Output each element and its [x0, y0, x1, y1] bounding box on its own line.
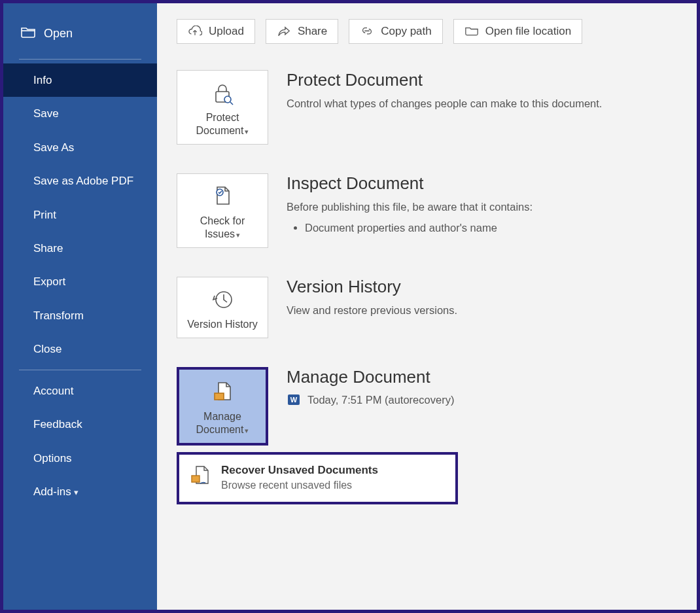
- cloud-upload-icon: [188, 26, 202, 37]
- autorecovery-label: Today, 7:51 PM (autorecovery): [307, 394, 454, 406]
- sidebar-item-close[interactable]: Close: [3, 332, 157, 366]
- word-document-icon: W: [287, 393, 301, 407]
- sidebar-item-share[interactable]: Share: [3, 232, 157, 265]
- protect-document-tile[interactable]: Protect Document▾: [177, 70, 268, 145]
- info-toolbar: Upload Share Copy path Open file locatio…: [177, 19, 677, 44]
- sidebar-item-feedback[interactable]: Feedback: [3, 408, 157, 441]
- document-folder-icon: [183, 377, 262, 406]
- divider: [19, 59, 141, 60]
- backstage-sidebar: Open Info Save Save As Save as Adobe PDF…: [3, 3, 157, 610]
- upload-button[interactable]: Upload: [177, 19, 255, 44]
- check-for-issues-tile[interactable]: Check for Issues▾: [177, 173, 268, 248]
- sidebar-item-print[interactable]: Print: [3, 198, 157, 232]
- recover-subtitle: Browse recent unsaved files: [221, 480, 378, 491]
- version-heading: Version History: [287, 277, 457, 297]
- autorecovery-entry[interactable]: W Today, 7:51 PM (autorecovery): [287, 393, 454, 407]
- share-button[interactable]: Share: [266, 19, 338, 44]
- sidebar-item-save-as[interactable]: Save As: [3, 131, 157, 164]
- svg-rect-7: [192, 476, 200, 482]
- sidebar-item-transform[interactable]: Transform: [3, 299, 157, 332]
- protect-document-section: Protect Document▾ Protect Document Contr…: [177, 70, 677, 145]
- manage-document-section: Manage Document▾ Manage Document W Today…: [177, 367, 677, 446]
- sidebar-item-save[interactable]: Save: [3, 97, 157, 130]
- recover-unsaved-menu-item[interactable]: Recover Unsaved Documents Browse recent …: [177, 452, 458, 504]
- inspect-bullet: Document properties and author's name: [305, 222, 533, 234]
- info-panel: Upload Share Copy path Open file locatio…: [157, 3, 697, 610]
- chevron-down-icon: ▾: [236, 231, 240, 239]
- sidebar-item-options[interactable]: Options: [3, 442, 157, 475]
- inspect-description: Before publishing this file, be aware th…: [287, 199, 533, 215]
- history-clock-icon: [181, 285, 264, 314]
- inspect-document-section: Check for Issues▾ Inspect Document Befor…: [177, 173, 677, 248]
- open-loc-label: Open file location: [485, 25, 571, 38]
- sidebar-item-export[interactable]: Export: [3, 265, 157, 298]
- svg-point-1: [224, 96, 231, 103]
- sidebar-item-info[interactable]: Info: [3, 63, 157, 97]
- svg-text:W: W: [290, 396, 298, 404]
- divider: [19, 370, 141, 370]
- chevron-down-icon: ▾: [245, 128, 249, 135]
- protect-description: Control what types of changes people can…: [287, 96, 602, 112]
- version-history-section: Version History Version History View and…: [177, 277, 677, 338]
- sidebar-item-open[interactable]: Open: [3, 16, 157, 55]
- folder-open-icon: [20, 26, 36, 42]
- share-arrow-icon: [277, 26, 291, 37]
- version-history-tile[interactable]: Version History: [177, 277, 268, 338]
- sidebar-item-addins[interactable]: Add-ins▾: [3, 475, 157, 508]
- share-label: Share: [298, 25, 327, 38]
- copy-path-label: Copy path: [381, 25, 432, 38]
- chevron-down-icon: ▾: [74, 487, 79, 497]
- recover-title: Recover Unsaved Documents: [221, 464, 378, 477]
- protect-heading: Protect Document: [287, 70, 602, 90]
- folder-icon: [464, 26, 479, 37]
- sidebar-item-account[interactable]: Account: [3, 374, 157, 408]
- sidebar-open-label: Open: [44, 27, 73, 41]
- link-icon: [360, 26, 374, 37]
- svg-rect-4: [215, 393, 224, 400]
- lock-magnify-icon: [181, 79, 264, 107]
- version-description: View and restore previous versions.: [287, 302, 457, 319]
- upload-label: Upload: [209, 25, 244, 38]
- sidebar-item-save-adobe-pdf[interactable]: Save as Adobe PDF: [3, 164, 157, 198]
- manage-document-tile[interactable]: Manage Document▾: [177, 367, 268, 446]
- document-recover-icon: [188, 464, 212, 487]
- inspect-heading: Inspect Document: [287, 173, 533, 194]
- document-check-icon: [181, 182, 264, 211]
- manage-heading: Manage Document: [287, 367, 454, 387]
- chevron-down-icon: ▾: [245, 427, 249, 434]
- copy-path-button[interactable]: Copy path: [349, 19, 443, 44]
- open-file-location-button[interactable]: Open file location: [453, 19, 582, 44]
